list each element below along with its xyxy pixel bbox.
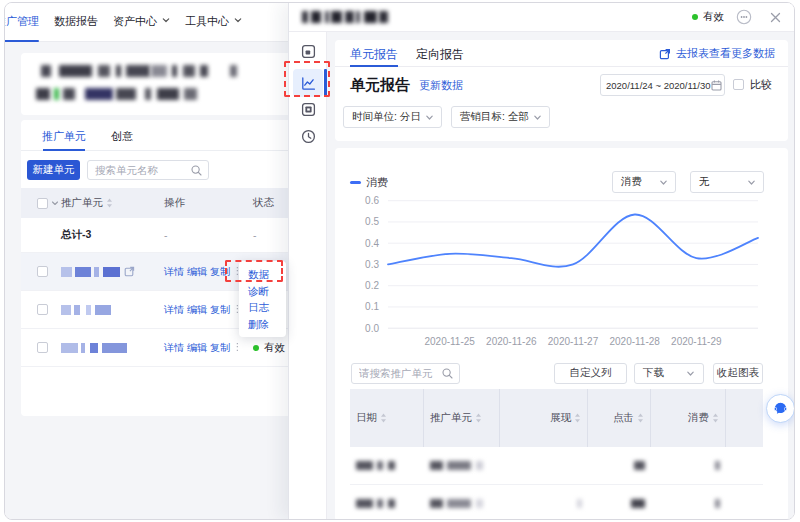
- nav-item-3[interactable]: 工具中心: [185, 3, 242, 42]
- unit-filter-input[interactable]: [352, 367, 442, 379]
- go-to-report-label: 去报表查看更多数据: [676, 46, 775, 61]
- close-icon[interactable]: [770, 12, 781, 23]
- search-icon[interactable]: [191, 165, 202, 176]
- report-column-header-1[interactable]: 推广单元: [424, 389, 500, 447]
- chevron-down-icon: [425, 113, 433, 121]
- redacted-text-line: [41, 63, 237, 78]
- sort-icon[interactable]: [106, 198, 113, 208]
- rail-report-icon[interactable]: [293, 69, 323, 97]
- menu-item-0[interactable]: 数据: [239, 266, 286, 283]
- unit-search-input[interactable]: [88, 164, 191, 176]
- sort-icon[interactable]: [574, 413, 581, 423]
- redacted-block: [325, 11, 329, 23]
- tab-promotion-unit[interactable]: 推广单元: [42, 120, 86, 150]
- refresh-data-link[interactable]: 更新数据: [419, 78, 463, 93]
- row-op-2[interactable]: 复制: [210, 303, 230, 317]
- metric-select-secondary[interactable]: 无: [690, 171, 764, 193]
- sort-icon[interactable]: [712, 413, 719, 423]
- report-column-header-2[interactable]: 展现: [500, 389, 588, 447]
- svg-text:0.2: 0.2: [365, 280, 379, 291]
- row-op-1[interactable]: 编辑: [187, 265, 207, 279]
- row-op-1[interactable]: 编辑: [187, 341, 207, 355]
- more-options-button[interactable]: [736, 9, 752, 25]
- menu-item-3[interactable]: 删除: [239, 316, 286, 333]
- sort-icon[interactable]: [475, 413, 482, 423]
- cell-unit-name: [61, 266, 164, 277]
- chevron-down-icon: [234, 16, 242, 24]
- go-to-report-link[interactable]: 去报表查看更多数据: [659, 40, 775, 67]
- report-column-header-3[interactable]: 点击: [588, 389, 651, 447]
- row-op-0[interactable]: 详情: [164, 341, 184, 355]
- tab-targeting-report[interactable]: 定向报告: [416, 40, 464, 66]
- chevron-down-icon[interactable]: [51, 199, 59, 207]
- nav-item-1[interactable]: 数据报告: [54, 3, 98, 42]
- date-range-input[interactable]: 2020/11/24 ~ 2020/11/30: [600, 74, 725, 96]
- report-cell: [651, 461, 726, 470]
- search-icon[interactable]: [442, 368, 453, 379]
- cell-unit-name: [61, 343, 164, 353]
- customize-columns-button[interactable]: 自定义列: [554, 363, 627, 384]
- svg-text:0.5: 0.5: [365, 216, 379, 227]
- report-column-header-0[interactable]: 日期: [350, 389, 424, 447]
- row-op-1[interactable]: 编辑: [187, 303, 207, 317]
- marketing-goal-select[interactable]: 营销目标: 全部: [451, 106, 550, 128]
- time-unit-select[interactable]: 时间单位: 分日: [343, 106, 442, 128]
- report-cell: [424, 499, 500, 508]
- redacted-block: [577, 499, 582, 508]
- svg-text:2020-11-25: 2020-11-25: [424, 336, 475, 347]
- report-column-header-4[interactable]: 消费: [651, 389, 726, 447]
- chart-legend[interactable]: 消费: [350, 175, 388, 190]
- metric-secondary-value: 无: [699, 175, 710, 189]
- row-op-2[interactable]: 复制: [210, 341, 230, 355]
- tab-creative[interactable]: 创意: [111, 120, 133, 150]
- row-checkbox[interactable]: [37, 342, 48, 353]
- column-label: 点击: [613, 411, 634, 425]
- redacted-block: [61, 305, 71, 315]
- column-label: 日期: [356, 411, 377, 425]
- redacted-block: [634, 461, 645, 470]
- row-checkbox[interactable]: [37, 266, 48, 277]
- report-filters: 时间单位: 分日 营销目标: 全部: [343, 106, 559, 128]
- redacted-block: [102, 343, 127, 353]
- compare-checkbox[interactable]: [733, 79, 744, 90]
- row-op-2[interactable]: 复制: [210, 265, 230, 279]
- redacted-block: [311, 11, 321, 23]
- chevron-down-icon: [533, 113, 541, 121]
- summary-total: 总计-3: [61, 228, 91, 242]
- customer-service-button[interactable]: [766, 394, 795, 423]
- column-header-name[interactable]: 推广单元: [61, 196, 103, 210]
- nav-item-0[interactable]: 推广管理: [4, 3, 39, 42]
- redacted-block: [447, 461, 471, 470]
- row-checkbox[interactable]: [37, 304, 48, 315]
- tab-unit-report[interactable]: 单元报告: [350, 40, 398, 66]
- sort-icon[interactable]: [380, 413, 387, 423]
- redacted-block: [172, 65, 177, 77]
- row-more-icon[interactable]: ⋮: [233, 343, 242, 353]
- metric-select-primary[interactable]: 消费: [612, 171, 676, 193]
- sort-icon[interactable]: [637, 413, 644, 423]
- menu-item-2[interactable]: 日志: [239, 299, 286, 316]
- app-window: 推广管理数据报告资产中心工具中心 推广单元 创意 新建单元: [4, 2, 795, 520]
- rail-history-icon[interactable]: [293, 122, 323, 150]
- redacted-block: [715, 461, 720, 470]
- row-op-0[interactable]: 详情: [164, 303, 184, 317]
- nav-item-2[interactable]: 资产中心: [113, 3, 170, 42]
- column-header-ops[interactable]: 操作: [164, 196, 185, 210]
- new-unit-button[interactable]: 新建单元: [27, 160, 80, 180]
- redacted-block: [447, 499, 471, 508]
- redacted-block: [61, 343, 78, 353]
- column-label: 展现: [550, 411, 571, 425]
- svg-text:0.3: 0.3: [365, 259, 379, 270]
- rail-diagnosis-icon[interactable]: [293, 95, 323, 123]
- download-button[interactable]: 下载: [634, 363, 704, 384]
- redacted-block: [184, 88, 197, 100]
- column-header-status[interactable]: 状态: [253, 196, 274, 210]
- collapse-chart-button[interactable]: 收起图表: [713, 363, 763, 384]
- row-op-0[interactable]: 详情: [164, 265, 184, 279]
- redacted-block: [86, 305, 91, 315]
- nav-item-label: 工具中心: [185, 15, 229, 27]
- menu-item-1[interactable]: 诊断: [239, 283, 286, 300]
- rail-overview-icon[interactable]: [293, 37, 323, 65]
- open-in-new-icon[interactable]: [124, 266, 135, 277]
- select-all-checkbox[interactable]: [37, 198, 48, 209]
